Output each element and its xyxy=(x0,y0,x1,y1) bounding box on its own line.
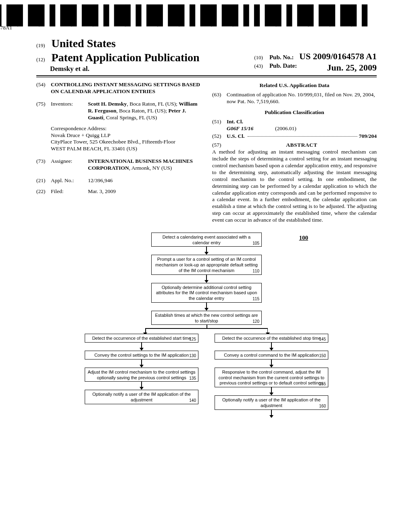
flow-num: 160 xyxy=(319,404,326,409)
flow-num: 125 xyxy=(189,337,196,342)
leader-dots xyxy=(248,136,357,137)
flow-text: Detect the occurrence of the established… xyxy=(92,336,191,341)
flow-num: 120 xyxy=(252,319,259,324)
divider xyxy=(36,77,377,77)
branch-connector xyxy=(145,328,268,329)
flow-right-branch: Detect the occurrence of the established… xyxy=(215,334,328,418)
abstract-label: ABSTRACT xyxy=(227,142,377,149)
inid-51: (51) xyxy=(212,118,227,125)
flow-text: Prompt a user for a control setting of a… xyxy=(155,257,258,273)
patent-front-page: ▌▌█▌▌▌█▌▌▌█▌▌█▌█▌▌█▌▌█▌▌█▌█▌▌█▌▌█▌▌█▌█▌█… xyxy=(0,0,413,532)
intcl-year: (2006.01) xyxy=(275,125,319,132)
field-21-applno: (21) Appl. No.: 12/396,946 xyxy=(36,177,201,184)
applno-label: Appl. No.: xyxy=(51,177,88,184)
inid-10: (10) xyxy=(254,54,268,61)
continuation-text: Continuation of application No. 10/999,0… xyxy=(227,91,377,105)
flow-text: Convey the control settings to the IM ap… xyxy=(94,353,189,357)
flow-num: 110 xyxy=(252,269,259,274)
header: (19) United States (12) Patent Applicati… xyxy=(36,36,377,77)
flow-left-branch: Detect the occurrence of the established… xyxy=(85,334,198,418)
flow-box-155: Responsive to the control command, adjus… xyxy=(215,368,328,387)
flow-num: 105 xyxy=(252,241,259,246)
barcode-icon: ▌▌█▌▌▌█▌▌▌█▌▌█▌█▌▌█▌▌█▌▌█▌█▌▌█▌▌█▌▌█▌█▌█… xyxy=(0,7,373,24)
flow-box-105: Detect a calendaring event associated wi… xyxy=(151,233,262,247)
flow-text: Adjust the IM control mechanism to the c… xyxy=(88,370,195,380)
abstract-text: A method for adjusting an instant messag… xyxy=(212,149,377,224)
inid-43: (43) xyxy=(254,63,268,69)
flow-text: Establish times at which the new control… xyxy=(155,313,258,323)
arrow-down-icon xyxy=(269,415,273,418)
pubdate-label: Pub. Date: xyxy=(269,62,297,69)
flow-box-135: Adjust the IM control mechanism to the c… xyxy=(85,368,198,382)
flow-box-160: Optionally notify a user of the IM appli… xyxy=(215,395,328,410)
flow-split: Detect the occurrence of the established… xyxy=(85,334,328,418)
assignee-loc: , Armonk, NY (US) xyxy=(129,165,172,171)
flow-num: 150 xyxy=(319,353,326,359)
field-54-title: (54) CONTROLLING INSTANT MESSAGING SETTI… xyxy=(36,81,201,95)
flow-num: 130 xyxy=(189,353,196,359)
arrow-down-icon xyxy=(140,387,144,390)
flow-num: 115 xyxy=(252,297,259,302)
field-57-abstract-head: (57) ABSTRACT xyxy=(212,142,377,149)
country: United States xyxy=(52,37,116,50)
arrow-down-icon xyxy=(204,308,209,311)
related-us-heading: Related U.S. Application Data xyxy=(212,82,377,89)
figure-ref: 100 xyxy=(299,234,309,242)
arrow-down-icon xyxy=(204,280,209,283)
assignee-value: INTERNATIONAL BUSINESS MACHINES CORPORAT… xyxy=(88,158,201,172)
uscl-value: 709/204 xyxy=(359,133,377,140)
flow-text: Responsive to the control command, adjus… xyxy=(219,370,324,386)
bibliographic-data: (54) CONTROLLING INSTANT MESSAGING SETTI… xyxy=(36,81,377,224)
intcl-main: G06F 15/16 xyxy=(227,125,275,132)
inventors-label: Inventors: xyxy=(51,101,88,121)
inid-21: (21) xyxy=(36,177,51,184)
flow-text: Detect the occurrence of the established… xyxy=(222,336,321,341)
flow-text: Detect a calendaring event associated wi… xyxy=(163,235,250,245)
inid-57: (57) xyxy=(212,142,227,149)
divider xyxy=(36,75,377,76)
flow-num: 140 xyxy=(189,398,196,403)
corr-value: Novak Druce + Quigg LLPCityPlace Tower, … xyxy=(51,132,201,153)
flow-box-140: Optionally notify a user of the IM appli… xyxy=(85,390,198,404)
inid-73: (73) xyxy=(36,158,51,172)
flow-text: Optionally notify a user of the IM appli… xyxy=(222,397,321,408)
flow-num: 155 xyxy=(319,382,326,387)
uscl-label: U.S. Cl. xyxy=(227,133,244,140)
assignee-label: Assignee: xyxy=(51,158,88,172)
arrow-down-icon xyxy=(269,393,273,395)
flow-text: Convey a control command to the IM appli… xyxy=(224,353,319,357)
filed-label: Filed: xyxy=(51,188,88,195)
doc-kind: Patent Application Publication xyxy=(52,51,200,64)
field-51-intcl: (51) Int. Cl. xyxy=(212,118,377,125)
filed-value: Mar. 3, 2009 xyxy=(88,188,201,195)
arrow-down-icon xyxy=(269,348,273,351)
flow-box-110: Prompt a user for a control setting of a… xyxy=(151,255,262,274)
authors-short: Demsky et al. xyxy=(50,64,200,73)
inid-54: (54) xyxy=(36,81,51,95)
right-column: Related U.S. Application Data (63) Conti… xyxy=(212,81,377,224)
flow-box-125: Detect the occurrence of the established… xyxy=(85,334,198,343)
flowchart: 100 Detect a calendaring event associate… xyxy=(36,233,377,418)
flow-text: Optionally determine additional control … xyxy=(156,285,257,301)
flow-box-130: Convey the control settings to the IM ap… xyxy=(85,351,198,360)
field-52-uscl: (52) U.S. Cl. 709/204 xyxy=(212,133,377,140)
left-column: (54) CONTROLLING INSTANT MESSAGING SETTI… xyxy=(36,81,201,224)
field-73-assignee: (73) Assignee: INTERNATIONAL BUSINESS MA… xyxy=(36,158,201,172)
pubno: US 2009/0164578 A1 xyxy=(299,51,377,61)
flow-box-120: Establish times at which the new control… xyxy=(151,311,262,325)
pubdate: Jun. 25, 2009 xyxy=(327,62,377,73)
inid-22: (22) xyxy=(36,188,51,195)
arrow-down-icon xyxy=(140,348,144,351)
flow-num: 145 xyxy=(319,337,326,342)
inid-12: (12) xyxy=(36,56,50,63)
arrow-down-icon xyxy=(204,252,209,255)
flow-box-115: Optionally determine additional control … xyxy=(151,283,262,303)
inid-63: (63) xyxy=(212,91,227,105)
flow-num: 135 xyxy=(189,376,196,381)
flow-box-145: Detect the occurrence of the established… xyxy=(215,334,328,343)
flow-box-150: Convey a control command to the IM appli… xyxy=(215,351,328,360)
barcode-block: ▌▌█▌▌▌█▌▌▌█▌▌█▌█▌▌█▌▌█▌▌█▌█▌▌█▌▌█▌▌█▌█▌█… xyxy=(0,7,373,31)
inid-19: (19) xyxy=(36,42,50,49)
pub-classification-heading: Publication Classification xyxy=(212,109,377,116)
inventors-value: Scott H. Demsky, Boca Raton, FL (US); Wi… xyxy=(88,101,201,121)
